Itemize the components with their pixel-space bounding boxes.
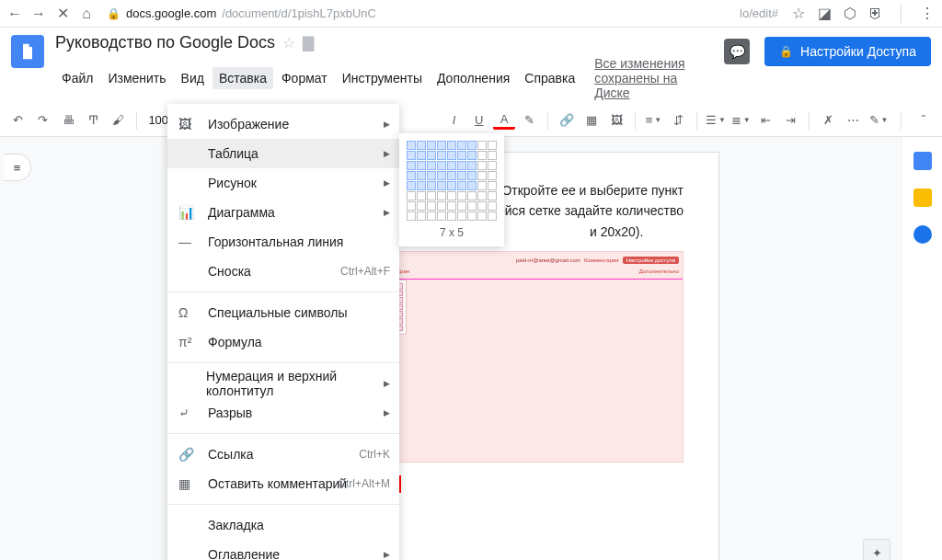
dd-comment[interactable]: ▦ Оставить комментарий Ctrl+Alt+M bbox=[167, 469, 399, 498]
grid-cell[interactable] bbox=[467, 171, 477, 180]
grid-cell[interactable] bbox=[427, 171, 436, 180]
grid-cell[interactable] bbox=[417, 191, 426, 200]
home-icon[interactable]: ⌂ bbox=[79, 6, 94, 21]
menu-file[interactable]: Файл bbox=[55, 67, 99, 89]
grid-cell[interactable] bbox=[477, 141, 487, 150]
grid-cell[interactable] bbox=[417, 211, 426, 221]
grid-cell[interactable] bbox=[467, 181, 477, 190]
menu-tools[interactable]: Инструменты bbox=[336, 67, 429, 89]
redo-icon[interactable]: ↷ bbox=[32, 109, 53, 131]
grid-cell[interactable] bbox=[457, 161, 466, 170]
docs-logo[interactable] bbox=[11, 35, 44, 68]
grid-cell[interactable] bbox=[437, 181, 446, 190]
stop-icon[interactable]: ✕ bbox=[55, 6, 70, 21]
grid-cell[interactable] bbox=[407, 141, 416, 150]
keep-icon[interactable] bbox=[913, 189, 932, 207]
grid-cell[interactable] bbox=[447, 151, 456, 160]
ext1-icon[interactable]: ◪ bbox=[817, 6, 832, 21]
bulleted-list-icon[interactable]: ≣▼ bbox=[730, 109, 752, 131]
grid-cell[interactable] bbox=[437, 201, 446, 211]
highlight-icon[interactable]: ✎ bbox=[519, 109, 540, 131]
outline-toggle[interactable]: ≡ bbox=[4, 154, 31, 181]
dd-drawing[interactable]: Рисунок▶ bbox=[167, 168, 399, 198]
grid-cell[interactable] bbox=[477, 201, 487, 211]
grid-cell[interactable] bbox=[407, 181, 416, 190]
grid-cell[interactable] bbox=[488, 211, 497, 221]
grid-cell[interactable] bbox=[467, 151, 477, 160]
grid-cell[interactable] bbox=[477, 211, 487, 221]
menu-edit[interactable]: Изменить bbox=[101, 67, 172, 89]
shield-icon[interactable]: ⛨ bbox=[868, 6, 883, 21]
table-size-submenu[interactable]: 7 x 5 bbox=[399, 133, 504, 246]
grid-cell[interactable] bbox=[427, 161, 436, 170]
grid-cell[interactable] bbox=[477, 171, 487, 180]
grid-cell[interactable] bbox=[407, 191, 416, 200]
text-color-icon[interactable]: A bbox=[493, 111, 514, 130]
grid-cell[interactable] bbox=[467, 141, 477, 150]
grid-cell[interactable] bbox=[427, 211, 436, 221]
grid-cell[interactable] bbox=[477, 181, 487, 190]
grid-cell[interactable] bbox=[457, 191, 466, 200]
italic-icon[interactable]: I bbox=[443, 109, 465, 131]
spellcheck-icon[interactable]: Ͳ bbox=[83, 109, 104, 131]
print-icon[interactable]: 🖶 bbox=[58, 109, 79, 131]
link-icon[interactable]: 🔗 bbox=[556, 109, 577, 131]
pocket-icon[interactable]: ⬡ bbox=[843, 6, 857, 21]
grid-cell[interactable] bbox=[447, 191, 456, 200]
dd-formula[interactable]: π² Формула bbox=[167, 327, 399, 357]
grid-cell[interactable] bbox=[417, 171, 426, 180]
grid-cell[interactable] bbox=[457, 211, 466, 221]
dd-hr[interactable]: — Горизонтальная линия bbox=[167, 227, 399, 257]
numbered-list-icon[interactable]: ☰▼ bbox=[705, 109, 726, 131]
paint-format-icon[interactable]: 🖌 bbox=[108, 109, 129, 131]
saved-status[interactable]: Все изменения сохранены на Диске bbox=[594, 56, 713, 100]
grid-cell[interactable] bbox=[457, 171, 466, 180]
grid-cell[interactable] bbox=[467, 191, 477, 200]
grid-cell[interactable] bbox=[447, 181, 456, 190]
tasks-icon[interactable] bbox=[913, 225, 932, 244]
grid-cell[interactable] bbox=[417, 141, 426, 150]
menu-view[interactable]: Вид bbox=[175, 67, 211, 89]
grid-cell[interactable] bbox=[488, 151, 497, 160]
explore-button[interactable]: ✦ bbox=[863, 539, 890, 560]
undo-icon[interactable]: ↶ bbox=[7, 109, 29, 131]
folder-icon[interactable]: ▇ bbox=[303, 34, 314, 51]
grid-cell[interactable] bbox=[417, 181, 426, 190]
grid-cell[interactable] bbox=[437, 191, 446, 200]
grid-cell[interactable] bbox=[467, 161, 477, 170]
dd-table[interactable]: Таблица▶ bbox=[167, 139, 399, 168]
grid-cell[interactable] bbox=[437, 161, 446, 170]
back-icon[interactable]: ← bbox=[7, 6, 22, 21]
star-doc-icon[interactable]: ☆ bbox=[282, 34, 295, 51]
grid-cell[interactable] bbox=[467, 201, 477, 211]
grid-cell[interactable] bbox=[457, 181, 466, 190]
grid-cell[interactable] bbox=[437, 151, 446, 160]
grid-cell[interactable] bbox=[407, 161, 416, 170]
grid-cell[interactable] bbox=[427, 151, 436, 160]
grid-cell[interactable] bbox=[447, 171, 456, 180]
underline-icon[interactable]: U bbox=[468, 109, 489, 131]
grid-cell[interactable] bbox=[488, 171, 497, 180]
grid-cell[interactable] bbox=[457, 151, 466, 160]
menu-addons[interactable]: Дополнения bbox=[431, 67, 516, 89]
dd-special[interactable]: Ω Специальные символы bbox=[167, 298, 399, 327]
menu-dots-icon[interactable]: ⋮ bbox=[920, 6, 935, 21]
grid-cell[interactable] bbox=[447, 161, 456, 170]
grid-cell[interactable] bbox=[437, 211, 446, 221]
grid-cell[interactable] bbox=[407, 151, 416, 160]
grid-cell[interactable] bbox=[488, 191, 497, 200]
line-spacing-icon[interactable]: ⇵ bbox=[668, 109, 689, 131]
editing-mode-icon[interactable]: ✎▼ bbox=[867, 109, 890, 131]
dd-image[interactable]: 🖼 Изображение▶ bbox=[167, 109, 399, 139]
menu-insert[interactable]: Вставка bbox=[213, 67, 273, 89]
grid-cell[interactable] bbox=[447, 201, 456, 211]
grid-cell[interactable] bbox=[488, 161, 497, 170]
insert-image-icon[interactable]: 🖼 bbox=[606, 109, 627, 131]
clear-format-icon[interactable]: ✗ bbox=[817, 109, 838, 131]
doc-title[interactable]: Руководство по Google Docs bbox=[55, 33, 275, 52]
dd-chart[interactable]: 📊 Диаграмма▶ bbox=[167, 198, 399, 227]
grid-cell[interactable] bbox=[457, 141, 466, 150]
grid-cell[interactable] bbox=[437, 141, 446, 150]
grid-cell[interactable] bbox=[467, 211, 477, 221]
grid-cell[interactable] bbox=[488, 141, 497, 150]
